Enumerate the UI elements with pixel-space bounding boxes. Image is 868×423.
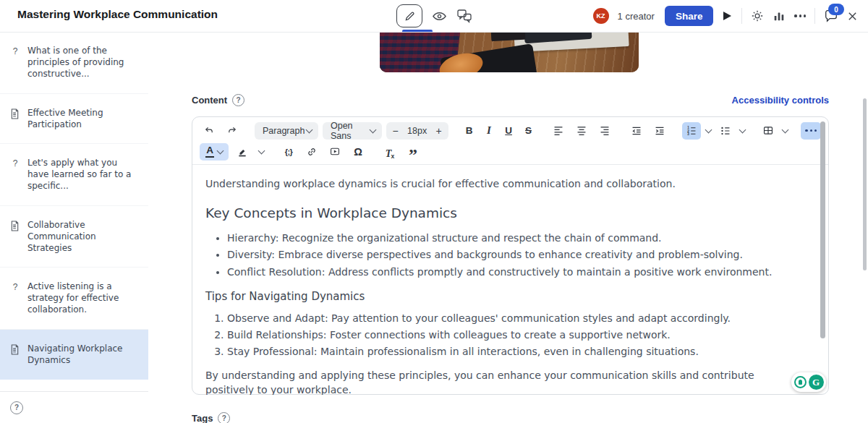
embed-video-button[interactable] — [326, 143, 344, 161]
font-family-select[interactable]: Open Sans — [323, 122, 382, 140]
divider — [741, 8, 742, 24]
align-center-button[interactable] — [572, 122, 591, 140]
bullet-list: Hierarchy: Recognize the organizational … — [205, 231, 796, 279]
chevron-down-icon — [781, 126, 788, 133]
strikethrough-button[interactable]: S — [521, 122, 536, 140]
bullet-list-menu[interactable] — [739, 129, 746, 132]
indent-button[interactable] — [650, 122, 669, 140]
toolbar-row-1: Paragraph Open Sans − 18px + B I U S — [200, 120, 821, 141]
table-button[interactable] — [759, 122, 778, 140]
content-help-icon[interactable]: ? — [232, 94, 244, 106]
sidebar-item[interactable]: Navigating Workplace Dynamics — [0, 330, 148, 380]
numbered-list-button[interactable]: 123 — [682, 122, 701, 140]
paragraph-style-value: Paragraph — [263, 126, 305, 136]
question-icon: ? — [10, 158, 20, 168]
italic-button[interactable]: I — [481, 122, 496, 140]
chevron-down-icon — [306, 126, 313, 133]
table-menu[interactable] — [782, 129, 788, 132]
code-button[interactable]: {;} — [279, 143, 298, 161]
font-size-decrease-button[interactable]: − — [388, 124, 404, 137]
content-header-row: Content ? Accessibility controls — [192, 94, 829, 106]
special-characters-button[interactable]: Ω — [349, 143, 367, 161]
question-icon: ? — [10, 282, 20, 292]
close-icon[interactable] — [847, 11, 858, 22]
tags-field-label: Tags ? — [192, 412, 230, 423]
grammarly-widget: G — [791, 372, 826, 392]
underline-button[interactable]: U — [501, 122, 516, 140]
sidebar-item-label: Collaborative Communication Strategies — [27, 219, 138, 255]
text-color-a-glyph: A — [205, 145, 214, 158]
sidebar-item[interactable]: ?Active listening is a strategy for effe… — [0, 268, 148, 330]
chevron-down-icon — [216, 147, 224, 154]
rich-text-editor: Paragraph Open Sans − 18px + B I U S — [192, 116, 829, 395]
course-title[interactable]: Mastering Workplace Communication — [17, 8, 218, 21]
sidebar-item[interactable]: Collaborative Communication Strategies — [0, 206, 148, 268]
numbered-list-menu[interactable] — [705, 129, 712, 132]
translate-icon[interactable] — [456, 8, 472, 24]
sidebar-item[interactable]: Effective Meeting Participation — [0, 94, 148, 144]
comments-button[interactable]: 0 — [824, 9, 838, 23]
outdent-button[interactable] — [627, 122, 646, 140]
lesson-cover-image — [380, 32, 639, 72]
editor-content[interactable]: Understanding workplace dynamics is cruc… — [192, 165, 828, 395]
paragraph: Understanding workplace dynamics is cruc… — [205, 176, 796, 191]
sidebar-item-label: Active listening is a strategy for effec… — [27, 281, 138, 316]
help-icon[interactable]: ? — [10, 401, 23, 414]
sidebar-item-label: Navigating Workplace Dynamics — [27, 343, 138, 366]
chevron-down-icon — [258, 147, 265, 154]
settings-gear-icon[interactable] — [751, 9, 764, 22]
chevron-down-icon — [705, 126, 712, 133]
editor-toolbar: Paragraph Open Sans − 18px + B I U S — [192, 117, 828, 165]
grammarly-logo-icon[interactable]: G — [809, 375, 824, 390]
clear-format-x: x — [391, 153, 394, 160]
page-icon — [10, 108, 20, 119]
text-color-button[interactable]: A — [200, 143, 229, 161]
list-item: Diversity: Embrace diverse perspectives … — [227, 247, 796, 262]
grammarly-suggestion-icon[interactable] — [794, 376, 807, 388]
top-bar: Mastering Workplace Communication KZ 1 c… — [0, 0, 868, 33]
sidebar-item-label: Let's apply what you have learned so far… — [27, 157, 138, 192]
highlight-color-menu[interactable] — [256, 150, 266, 153]
question-icon: ? — [10, 46, 20, 56]
heading: Tips for Navigating Dynamics — [205, 289, 796, 305]
svg-text:3: 3 — [687, 132, 689, 135]
tags-label-text: Tags — [192, 413, 213, 423]
bold-button[interactable]: B — [461, 122, 477, 140]
undo-button[interactable] — [200, 122, 218, 140]
list-item: Stay Professional: Maintain professional… — [227, 344, 796, 359]
link-button[interactable] — [302, 143, 321, 161]
paragraph-style-select[interactable]: Paragraph — [255, 122, 318, 140]
blockquote-button[interactable]: ” — [404, 147, 422, 164]
share-button[interactable]: Share — [665, 6, 714, 26]
accessibility-controls-link[interactable]: Accessibility controls — [732, 95, 829, 106]
tags-help-icon[interactable]: ? — [218, 412, 230, 423]
redo-button[interactable] — [223, 122, 242, 140]
ellipsis-icon — [805, 129, 817, 132]
chevron-down-icon — [369, 126, 376, 133]
creator-count: 1 creator — [618, 11, 655, 22]
bullet-list-button[interactable] — [716, 122, 735, 140]
active-tab-indicator — [402, 30, 433, 32]
page-icon — [10, 221, 20, 231]
edit-mode-button[interactable] — [396, 4, 422, 27]
page-scrollbar-thumb[interactable] — [863, 98, 867, 270]
sidebar-item-label: Effective Meeting Participation — [27, 107, 138, 130]
align-left-button[interactable] — [549, 122, 568, 140]
sidebar-item[interactable]: ?Let's apply what you have learned so fa… — [0, 144, 148, 206]
paragraph: By understanding and applying these prin… — [205, 368, 796, 395]
editor-scrollbar-thumb[interactable] — [820, 121, 825, 338]
sidebar-item[interactable]: ?What is one of the principles of provid… — [0, 32, 148, 94]
sidebar-item[interactable]: ?Which of the following are key concepts… — [0, 380, 148, 391]
list-item: Conflict Resolution: Address conflicts p… — [227, 265, 796, 279]
clear-formatting-button[interactable]: Tx — [380, 143, 399, 161]
preview-eye-icon[interactable] — [432, 9, 447, 24]
main-panel: Content ? Accessibility controls Paragra… — [148, 32, 868, 423]
toolbar-more-button[interactable] — [801, 122, 821, 140]
font-size-increase-button[interactable]: + — [431, 124, 447, 137]
analytics-chart-icon[interactable] — [773, 9, 786, 22]
avatar[interactable]: KZ — [593, 8, 609, 24]
more-options-icon[interactable] — [794, 14, 806, 17]
highlight-color-button[interactable] — [233, 143, 252, 161]
play-icon[interactable] — [723, 12, 731, 20]
align-right-button[interactable] — [595, 122, 614, 140]
